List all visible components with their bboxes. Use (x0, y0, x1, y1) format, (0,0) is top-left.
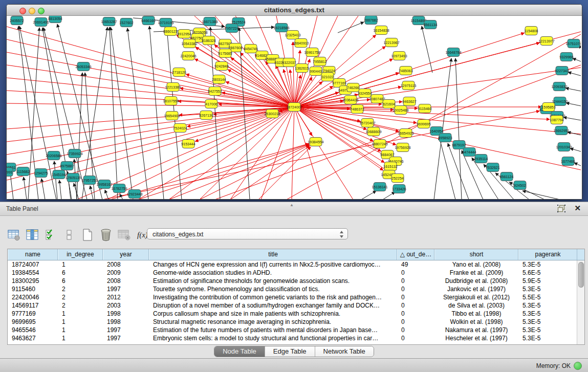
table-mode-icon[interactable] (7, 228, 20, 242)
graph-node[interactable]: 1677466 (561, 157, 575, 166)
cell-name[interactable]: 9115460 (8, 285, 58, 293)
graph-node[interactable]: 9175685 (218, 49, 232, 58)
table-row[interactable]: 1872400712008Changes of HCN gene express… (8, 260, 577, 269)
delete-table-icon[interactable] (118, 228, 131, 242)
cell-out_de[interactable]: 0 (397, 310, 434, 318)
cell-short[interactable]: Dudbridge et al. (2008) (434, 277, 518, 285)
graph-node[interactable]: 2935114 (474, 155, 488, 163)
graph-node[interactable]: 1087794 (550, 116, 563, 124)
cell-year[interactable]: 2008 (103, 260, 149, 269)
cell-pagerank[interactable]: 5.3E-5 (518, 326, 577, 334)
graph-node[interactable]: 16640910 (293, 39, 309, 48)
graph-node[interactable]: 16648784 (445, 48, 461, 57)
column-header-in_degree[interactable]: in_degree (58, 249, 103, 260)
graph-node[interactable]: 26053346 (75, 62, 91, 71)
graph-node[interactable]: 10688609 (365, 127, 381, 136)
graph-node[interactable]: 19958167 (96, 180, 112, 189)
cell-name[interactable]: 9777169 (8, 310, 58, 318)
graph-node[interactable]: 7485063 (399, 67, 412, 75)
graph-node[interactable]: 1595853 (541, 103, 555, 112)
graph-node[interactable]: 10973493 (391, 52, 407, 60)
graph-node[interactable]: 10719195 (158, 18, 173, 27)
cell-in_degree[interactable]: 2 (58, 301, 103, 310)
graph-node[interactable]: 18107554 (163, 97, 179, 105)
cell-short[interactable]: Stergiakouli et al. (2012) (434, 293, 518, 301)
cell-out_de[interactable]: 0 (397, 293, 434, 301)
graph-node[interactable]: 8427552 (208, 87, 222, 96)
cell-title[interactable]: Changes of HCN gene expression and I(f) … (149, 260, 397, 269)
cell-in_degree[interactable]: 2 (58, 285, 103, 293)
graph-node[interactable]: 1294275 (34, 169, 48, 178)
graph-node[interactable]: 17359924 (67, 149, 82, 158)
cell-title[interactable]: Genome-wide association studies in ADHD. (149, 269, 397, 277)
graph-node[interactable]: 19218586 (273, 24, 289, 32)
cell-short[interactable]: Yano et al. (2008) (434, 260, 518, 269)
memory-status-indicator[interactable] (574, 362, 582, 370)
cell-out_de[interactable]: 49 (397, 260, 434, 269)
column-header-name[interactable]: name (8, 249, 58, 260)
cell-title[interactable]: Estimation of the future numbers of pati… (149, 326, 397, 334)
graph-node[interactable]: 252254 (391, 174, 404, 183)
float-panel-icon[interactable] (557, 205, 565, 212)
graph-node[interactable]: 9227343 (555, 67, 569, 75)
graph-node[interactable]: 6466160 (141, 16, 155, 25)
graph-node[interactable]: 17957253 (81, 176, 97, 185)
graph-node[interactable]: 19654903 (164, 112, 180, 120)
graph-node[interactable]: 621604 (383, 100, 395, 108)
cell-name[interactable]: 18300295 (8, 277, 58, 285)
cell-name[interactable]: 9699695 (8, 318, 58, 326)
tab-node-table[interactable]: Node Table (214, 346, 265, 357)
graph-node[interactable]: 12093832 (551, 82, 567, 91)
graph-node[interactable]: 1545194 (52, 170, 66, 179)
graph-node[interactable]: 8958923 (438, 134, 452, 142)
cell-in_degree[interactable]: 1 (58, 310, 103, 318)
graph-node[interactable]: 16961758 (304, 48, 320, 57)
graph-node[interactable]: 1115682 (16, 167, 30, 176)
graph-node[interactable]: 1733426 (392, 185, 406, 193)
table-row[interactable]: 1456911722003Disruption of a novel membe… (8, 301, 577, 310)
cell-pagerank[interactable]: 5.3E-5 (518, 310, 577, 318)
graph-node[interactable]: 8267130 (199, 111, 213, 120)
graph-node[interactable]: 9463627 (402, 97, 416, 106)
table-panel-titlebar[interactable]: ▲ Table Panel ✕ (0, 202, 588, 216)
graph-node[interactable]: 19756928 (395, 143, 410, 152)
cell-year[interactable]: 1998 (103, 318, 149, 326)
tab-edge-table[interactable]: Edge Table (265, 346, 315, 357)
cell-pagerank[interactable]: 5.5E-5 (518, 293, 577, 301)
select-columns-icon[interactable] (44, 228, 57, 242)
cell-name[interactable]: 9465546 (8, 326, 58, 334)
cell-year[interactable]: 1998 (103, 310, 149, 318)
new-table-icon[interactable] (81, 228, 94, 242)
graph-node[interactable]: 1527602 (119, 18, 133, 27)
cell-title[interactable]: Disruption of a novel member of a sodium… (149, 301, 397, 310)
graph-node[interactable]: 12213977 (538, 37, 554, 46)
graph-node[interactable]: 9153444 (181, 140, 195, 148)
graph-node[interactable]: 12213967 (383, 38, 399, 47)
delete-icon[interactable] (99, 228, 113, 242)
cell-year[interactable]: 2009 (103, 269, 149, 277)
graph-node[interactable]: 746266 (347, 83, 359, 92)
graph-node[interactable]: 18807243 (372, 140, 387, 148)
cell-title[interactable]: Corpus callosum shape and size in male p… (149, 310, 397, 318)
graph-node[interactable]: 10025488 (393, 106, 408, 115)
cell-title[interactable]: Investigating the contribution of common… (149, 293, 397, 301)
cell-title[interactable]: Embryonic stem cells: a model to study s… (149, 334, 397, 342)
graph-node[interactable]: 22420046 (180, 52, 196, 60)
graph-node[interactable]: 16654923 (398, 129, 413, 138)
cell-title[interactable]: Structural magnetic resonance image aver… (149, 318, 397, 326)
graph-node[interactable]: 8561124 (500, 172, 514, 181)
table-row[interactable]: 977716911998Corpus callosum shape and si… (8, 310, 577, 318)
graph-node[interactable]: 8454749 (244, 45, 257, 53)
graph-node[interactable]: 10653287 (101, 17, 117, 26)
panel-resize-grip-icon[interactable]: ▲ (290, 203, 294, 207)
graph-node[interactable]: 20691406 (33, 18, 49, 27)
cell-pagerank[interactable]: 5.9E-5 (518, 277, 577, 285)
cell-name[interactable]: 19384554 (8, 269, 58, 277)
graph-node[interactable]: 16671388 (202, 17, 217, 26)
graph-node[interactable]: 924502 (514, 181, 526, 190)
column-header-year[interactable]: year (103, 249, 149, 260)
cell-year[interactable]: 1997 (103, 285, 149, 293)
graph-node[interactable]: 16154838 (373, 26, 389, 35)
cell-title[interactable]: Tourette syndrome. Phenomenology and cla… (149, 285, 397, 293)
graph-node[interactable]: 12010343 (556, 143, 572, 151)
